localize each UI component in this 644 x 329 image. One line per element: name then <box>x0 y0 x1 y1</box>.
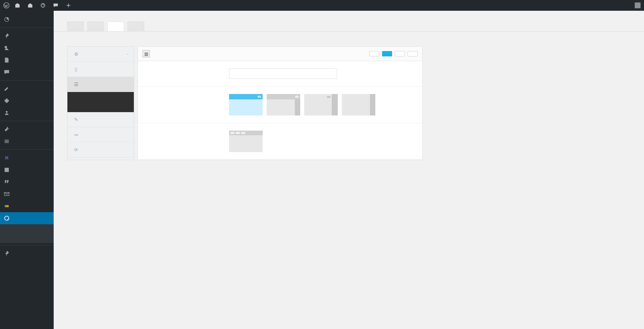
menu-comments[interactable] <box>0 66 54 78</box>
svg-point-3 <box>6 111 7 113</box>
admin-bar <box>0 0 644 11</box>
subnav-import-export[interactable]: ⟳ <box>67 142 134 157</box>
share-icon: ⫘ <box>73 131 79 138</box>
media-icon <box>3 45 10 51</box>
mail-icon <box>3 191 10 197</box>
menu-pages[interactable] <box>0 54 54 66</box>
tab-system[interactable] <box>87 21 104 31</box>
svg-point-9 <box>6 205 9 207</box>
expand-icon: - <box>127 51 128 57</box>
toolbar: ▥ <box>138 46 423 61</box>
page-tabs <box>54 11 644 32</box>
submenu-quadmenu <box>0 224 54 243</box>
site-name[interactable] <box>28 3 35 8</box>
quote-icon <box>3 179 10 185</box>
avatar[interactable] <box>635 2 641 8</box>
new-content[interactable] <box>66 3 73 8</box>
subnav-default-theme[interactable]: ☰ <box>67 77 134 92</box>
pin-icon <box>3 33 10 39</box>
submenu-options[interactable] <box>0 234 54 238</box>
startuply-icon <box>3 154 10 161</box>
create-theme-button[interactable] <box>369 51 379 56</box>
tab-compatibility[interactable] <box>127 21 144 31</box>
menu-quadmenu[interactable] <box>0 212 54 224</box>
menu-layout-option-2[interactable] <box>267 94 300 115</box>
menu-vivaco[interactable] <box>0 247 54 260</box>
subnav-fonts[interactable] <box>67 105 134 112</box>
menu-media[interactable] <box>0 42 54 54</box>
dashboard-icon <box>3 16 10 23</box>
quadmenu-icon <box>3 215 10 222</box>
reset-section-button[interactable] <box>395 51 405 56</box>
subnav-customize[interactable]: ✎ <box>67 112 134 127</box>
svg-rect-5 <box>5 141 9 142</box>
reset-all-button[interactable] <box>408 51 418 56</box>
menu-visual-composer[interactable] <box>0 200 54 212</box>
subnav-menu[interactable] <box>67 92 134 99</box>
menu-forms[interactable] <box>0 188 54 200</box>
wp-logo[interactable] <box>3 2 9 8</box>
subnav-configuration[interactable]: ⚙- <box>67 47 134 62</box>
submenu-compatibility[interactable] <box>0 238 54 243</box>
expand-toggle[interactable]: ▥ <box>143 50 150 57</box>
subnav-responsive[interactable]: ▯ <box>67 62 134 77</box>
menu-dashboard[interactable] <box>0 13 54 26</box>
comment-icon <box>3 69 10 76</box>
gear-icon: ⚙ <box>73 51 79 57</box>
subnav-social[interactable]: ⫘ <box>67 127 134 142</box>
comments-count[interactable] <box>53 3 60 8</box>
svg-point-0 <box>4 3 9 8</box>
menu-startuply[interactable] <box>0 152 54 164</box>
pin-icon <box>3 250 10 257</box>
my-sites[interactable] <box>15 3 22 8</box>
plugin-icon <box>3 97 10 104</box>
tab-quadmenu[interactable] <box>67 21 84 31</box>
subnav-submenu[interactable] <box>67 99 134 105</box>
submenu-system[interactable] <box>0 229 54 234</box>
save-changes-button[interactable] <box>382 51 392 56</box>
menu-layout-option-4[interactable] <box>342 94 375 115</box>
refresh-icon: ⟳ <box>73 146 79 153</box>
portfolio-icon <box>3 167 10 173</box>
page-icon <box>3 57 10 63</box>
menu-tools[interactable] <box>0 123 54 135</box>
menu-portfolio[interactable] <box>0 164 54 176</box>
menu-users[interactable] <box>0 107 54 119</box>
menu-layout-option-1[interactable] <box>229 94 263 115</box>
submenu-quadmenu-main[interactable] <box>0 224 54 229</box>
options-subnav: ⚙- ▯ ☰ ✎ ⫘ ⟳ <box>67 46 134 160</box>
menu-plugins[interactable] <box>0 95 54 107</box>
menu-appearance[interactable] <box>0 83 54 95</box>
mobile-icon: ▯ <box>73 66 79 73</box>
layout-icon: ☰ <box>73 81 79 88</box>
svg-rect-7 <box>5 168 9 172</box>
appearance-icon <box>3 85 10 92</box>
admin-sidebar <box>0 11 54 329</box>
tools-icon <box>3 126 10 133</box>
menu-testimonials[interactable] <box>0 176 54 188</box>
svg-rect-4 <box>5 140 9 141</box>
vc-icon <box>3 203 10 209</box>
settings-icon <box>3 138 10 145</box>
align-option-left[interactable] <box>229 131 263 152</box>
theme-name-input[interactable] <box>229 68 337 79</box>
tab-options[interactable] <box>107 21 124 31</box>
svg-point-2 <box>5 46 7 48</box>
menu-posts[interactable] <box>0 30 54 42</box>
svg-rect-6 <box>5 142 9 143</box>
menu-layout-option-3[interactable] <box>304 94 338 115</box>
wrench-icon: ✎ <box>73 116 79 123</box>
users-icon <box>3 109 10 116</box>
menu-settings[interactable] <box>0 135 54 147</box>
updates[interactable] <box>40 3 48 8</box>
